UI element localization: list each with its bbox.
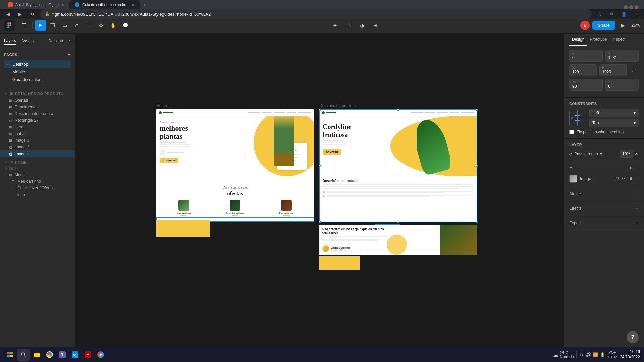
forward-button[interactable]: ▶ — [16, 10, 24, 18]
contrast-tool[interactable]: ◑ — [357, 20, 367, 31]
browser-tab-figma[interactable]: Aula1-Styleguides - Figma ✕ — [3, 0, 69, 9]
new-tab-button[interactable]: + — [140, 0, 149, 9]
layer-mode-select[interactable]: ◇ Pass through ▾ — [569, 152, 602, 156]
svg-rect-1 — [9, 22, 11, 24]
add-export-button[interactable]: + — [636, 220, 639, 226]
hand-tool[interactable]: ✋ — [108, 20, 118, 31]
wifi-icon[interactable]: 📶 — [593, 352, 598, 357]
taskbar-search-button[interactable] — [17, 349, 30, 361]
x-field[interactable]: X 0 — [569, 50, 603, 62]
extensions-button[interactable]: ⧉ — [608, 10, 616, 18]
move-tool[interactable] — [35, 20, 46, 31]
component-tool[interactable] — [96, 20, 106, 31]
fill-color-swatch[interactable] — [569, 175, 577, 183]
fill-drag-handle[interactable]: ⠿ — [630, 167, 633, 172]
corner-field[interactable]: ◯ 0 — [605, 79, 639, 90]
layer-image1[interactable]: 🖼 image 1 — [0, 150, 75, 157]
taskbar-antivirus[interactable]: M — [82, 349, 94, 361]
fill-visibility[interactable]: 👁 — [629, 176, 633, 181]
visibility-toggle[interactable]: 👁 — [634, 152, 639, 157]
y-field[interactable]: Y 1281 — [605, 50, 639, 62]
layer-como-fazer[interactable]: T Como fazer / Ofertas / De... — [0, 185, 75, 191]
tab-design[interactable]: Design — [569, 34, 587, 46]
fill-opacity-value[interactable]: 100% — [613, 176, 626, 181]
minimize-window[interactable] — [624, 5, 628, 9]
layer-image3[interactable]: 🖼 image 3 — [0, 137, 75, 144]
tab-assets[interactable]: Assets — [21, 37, 34, 45]
detalhes-frame[interactable]: Cordylinefruticosa COMPRAR Descricão do … — [319, 109, 477, 222]
frame-tool[interactable] — [47, 20, 58, 31]
taskbar-chrome[interactable] — [95, 349, 107, 361]
fix-scroll-checkbox[interactable] — [569, 130, 574, 134]
taskbar-chat[interactable]: T — [56, 349, 68, 361]
weather-widget[interactable]: ☁ 24°C Nublado — [553, 351, 574, 359]
network-icon[interactable]: ↑↓ — [579, 352, 583, 357]
time-date-widget[interactable]: 10:16 24/10/2022 — [620, 349, 640, 360]
layer-hero[interactable]: ⊞ Hero — [0, 124, 75, 130]
share-button[interactable]: Share — [592, 21, 615, 30]
taskbar-browser[interactable] — [44, 349, 56, 361]
home-section-header[interactable]: ▼ ⊞ Home — [0, 159, 75, 166]
text-tool[interactable]: T — [84, 20, 94, 31]
h-field[interactable]: H 1920 — [599, 64, 627, 76]
crop-tool[interactable]: ⊞ — [370, 20, 381, 31]
close-window[interactable] — [635, 5, 639, 9]
tab-prototype[interactable]: Prototype — [587, 34, 609, 46]
pen-tool[interactable] — [71, 20, 82, 31]
zoom-level[interactable]: 25% — [631, 23, 640, 28]
play-button[interactable]: ▶ — [618, 20, 629, 31]
layer-ofertas[interactable]: ⊞ Ofertas — [0, 97, 75, 104]
close-tab-guia[interactable]: ✕ — [132, 3, 135, 7]
tab-layers[interactable]: Layers — [4, 37, 16, 45]
corner-label: ◯ — [608, 80, 636, 84]
detalhes-section-header[interactable]: ▼ ⊞ Detalhes do produto — [0, 90, 75, 97]
address-bar[interactable]: 🔒 figma.com/file/09EErCTECYDAKKR2b8iw4x/… — [40, 9, 592, 19]
menu-button[interactable]: ⋮ — [632, 10, 640, 18]
taskbar-store[interactable]: 🛍 — [69, 349, 81, 361]
start-button[interactable] — [4, 349, 16, 361]
figma-logo[interactable] — [4, 20, 15, 31]
w-field[interactable]: W 1281 — [569, 64, 597, 76]
lock-proportions[interactable]: ⇄ — [629, 64, 639, 76]
remove-fill-button[interactable]: − — [636, 176, 639, 181]
layer-meu-carrinho[interactable]: T Meu carrinho — [0, 178, 75, 185]
page-item-guia[interactable]: ✓ Guia de estilos — [4, 76, 71, 83]
browser-tab-guia[interactable]: Guia de estilos: montando págin... ✕ — [69, 0, 140, 9]
taskbar-file-explorer[interactable] — [31, 349, 43, 361]
layer-image2[interactable]: 🖼 image 2 — [0, 144, 75, 150]
layer-descricao[interactable]: ⊞ Descricao do produto — [0, 110, 75, 117]
shape-tool[interactable]: ▭ — [59, 20, 70, 31]
add-effect-button[interactable]: + — [636, 205, 639, 212]
layer-menu[interactable]: ⊞ Menu — [0, 171, 75, 178]
menu-tool[interactable]: ☰ — [19, 20, 30, 31]
add-fill-button[interactable]: + — [636, 166, 639, 172]
constraint-vertical[interactable]: Top ▾ — [589, 119, 639, 127]
help-button[interactable]: ? — [627, 331, 639, 343]
opacity-value[interactable]: 10% — [620, 150, 633, 158]
tab-inspect[interactable]: Inspect — [610, 34, 628, 46]
back-button[interactable]: ◀ — [4, 10, 12, 18]
bookmark-button[interactable]: ☆ — [596, 10, 604, 18]
close-tab-figma[interactable]: ✕ — [61, 3, 64, 7]
canvas-area[interactable]: Home — [75, 34, 564, 362]
volume-icon[interactable]: 🔊 — [585, 352, 591, 357]
reload-button[interactable]: ↺ — [28, 10, 36, 18]
layer-depoimentos[interactable]: ⊞ Depoimentos — [0, 104, 75, 110]
home-frame[interactable]: Sua casa com as melhoresplantas COMPRAR — [156, 109, 314, 222]
add-page-button[interactable]: + — [68, 52, 71, 58]
page-item-mobile[interactable]: ✓ Mobile — [4, 68, 71, 76]
page-item-desktop[interactable]: ✓ Desktop — [4, 60, 71, 68]
layer-logo[interactable]: ⊞ logo — [0, 191, 75, 198]
constraint-horizontal[interactable]: Left ▾ — [589, 109, 639, 117]
rotation-field[interactable]: ↻ 90° — [569, 79, 603, 90]
mask-tool[interactable]: ⊕ — [330, 20, 340, 31]
add-stroke-button[interactable]: + — [636, 191, 639, 197]
comment-tool[interactable]: 💬 — [120, 20, 130, 31]
maximize-window[interactable] — [629, 5, 633, 9]
layer-linhas[interactable]: ⊞ Linhas — [0, 130, 75, 137]
layer-rect27[interactable]: ▭ Rectangle 27 — [0, 117, 75, 124]
battery-icon[interactable]: 🔋 — [600, 352, 605, 357]
language-indicator[interactable]: POR PTB2 — [608, 350, 617, 360]
plugin-tool[interactable]: ⬡ — [343, 20, 354, 31]
account-button[interactable]: 👤 — [620, 10, 628, 18]
